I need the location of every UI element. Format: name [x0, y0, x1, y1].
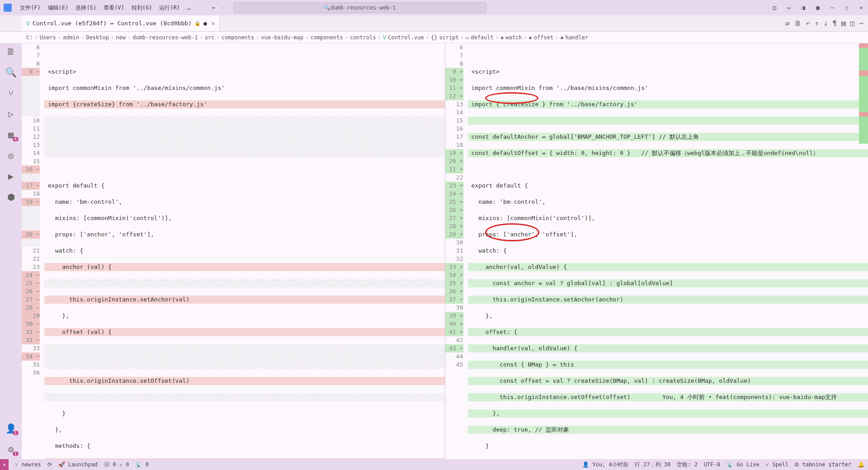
- symbol-icon: ▭: [466, 34, 469, 41]
- gitlens-icon[interactable]: ◎: [5, 150, 16, 161]
- vue-file-icon: V: [383, 34, 386, 41]
- right-gutter: 6789 + 10 +11 +12 +13 1415161718 19 +20 …: [445, 43, 468, 459]
- menu-select[interactable]: 选择(S): [72, 4, 100, 12]
- crumb[interactable]: new: [116, 34, 126, 41]
- toggle-whitespace-icon[interactable]: ¶: [832, 19, 837, 28]
- search-icon: 🔍: [324, 5, 330, 11]
- diff-editor: 6789 − 101112131415 16 −17 −18 19 − 20 −…: [22, 43, 868, 459]
- crumb[interactable]: dumb-resources-web-1: [132, 34, 198, 41]
- left-gutter: 6789 − 101112131415 16 −17 −18 19 − 20 −…: [22, 43, 44, 459]
- spell-check[interactable]: ✓ Spell: [766, 461, 789, 468]
- tab-close-icon[interactable]: ✕: [212, 20, 215, 27]
- nav-forward-icon[interactable]: →: [221, 5, 224, 11]
- diff-left-pane[interactable]: 6789 − 101112131415 16 −17 −18 19 − 20 −…: [22, 43, 445, 459]
- ports[interactable]: 📡 0: [135, 461, 148, 468]
- settings-gear-icon[interactable]: ⚙1: [5, 444, 16, 455]
- crumb[interactable]: default: [471, 34, 494, 41]
- encoding[interactable]: UTF-8: [704, 461, 720, 468]
- remote-indicator[interactable]: ✕: [0, 459, 9, 470]
- accounts-icon[interactable]: 👤1: [5, 423, 16, 434]
- search-text: dumb-resources-web-1: [330, 5, 396, 11]
- status-bar: ✕ ⑂ newres ⟳ 🚀 Launchpad ⓧ 0 ⚠ 0 📡 0 👤 Y…: [0, 459, 868, 470]
- crumb[interactable]: admin: [63, 34, 79, 41]
- right-code[interactable]: <script> import commonMixin from '../bas…: [468, 43, 868, 459]
- git-branch[interactable]: ⑂ newres: [15, 461, 41, 468]
- crumb[interactable]: script: [439, 34, 458, 41]
- extensions-icon[interactable]: ▦4: [5, 129, 16, 140]
- problems[interactable]: ⓧ 0 ⚠ 0: [104, 461, 129, 469]
- previous-change-icon[interactable]: ↑: [815, 19, 819, 28]
- window-maximize-icon[interactable]: ☐: [844, 5, 850, 11]
- menu-run[interactable]: 运行(R): [156, 4, 184, 12]
- compare-changes-icon[interactable]: ⇄: [785, 19, 790, 28]
- command-center[interactable]: 🔍 dumb-resources-web-1: [233, 2, 486, 13]
- tab-title: Control.vue (e5f264f) ↔ Control.vue (8cd…: [33, 20, 192, 27]
- readonly-lock-icon: 🔒: [194, 20, 201, 26]
- crumb[interactable]: offset: [534, 34, 553, 41]
- indentation[interactable]: 空格: 2: [677, 461, 698, 469]
- layout-panel-bottom-icon[interactable]: ▭: [786, 5, 792, 11]
- source-control-icon[interactable]: ⑂: [5, 88, 16, 99]
- minimap[interactable]: [859, 43, 868, 459]
- tabnine[interactable]: ⧉ tabnine starter: [795, 461, 851, 468]
- left-code[interactable]: <script> import commonMixin from '../bas…: [44, 43, 445, 459]
- crumb[interactable]: Control.vue: [388, 34, 424, 41]
- cursor-position[interactable]: 行 27，列 30: [635, 461, 670, 469]
- symbol-icon: ◈: [560, 34, 563, 41]
- menu-edit[interactable]: 编辑(E): [44, 4, 72, 12]
- menu-more[interactable]: …: [184, 5, 194, 11]
- diff-right-pane[interactable]: 6789 + 10 +11 +12 +13 1415161718 19 +20 …: [445, 43, 868, 459]
- crumb[interactable]: components: [222, 34, 254, 41]
- crumb[interactable]: C:: [26, 34, 33, 41]
- title-bar: 文件(F) 编辑(E) 选择(S) 查看(V) 转到(G) 运行(R) … ← …: [0, 0, 868, 15]
- crumb[interactable]: controls: [350, 34, 376, 41]
- crumb[interactable]: Users: [40, 34, 56, 41]
- menu-go[interactable]: 转到(G): [128, 4, 156, 12]
- nav-back-icon[interactable]: ←: [212, 5, 215, 11]
- tab-modified-icon: ●: [203, 20, 207, 27]
- explorer-icon[interactable]: 🗎: [5, 46, 16, 57]
- menu-view[interactable]: 查看(V): [100, 4, 128, 12]
- window-minimize-icon[interactable]: —: [829, 5, 835, 11]
- revert-icon[interactable]: ↶: [806, 19, 811, 28]
- window-close-icon[interactable]: ✕: [858, 5, 864, 11]
- layout-panel-left-icon[interactable]: ◫: [771, 5, 778, 11]
- crumb[interactable]: handler: [566, 34, 589, 41]
- vscode-logo-icon: [4, 4, 12, 12]
- vue-file-icon: V: [26, 20, 30, 27]
- git-sync[interactable]: ⟳: [47, 461, 52, 468]
- breadcrumb[interactable]: C:› Users› admin› Desktop› new› dumb-res…: [0, 32, 868, 43]
- notifications-icon[interactable]: 🔔: [858, 461, 864, 468]
- crumb[interactable]: watch: [505, 34, 522, 41]
- run-debug-icon[interactable]: ▷: [5, 108, 16, 119]
- symbol-icon: {}: [431, 34, 437, 41]
- tab-control-vue-diff[interactable]: V Control.vue (e5f264f) ↔ Control.vue (8…: [22, 15, 220, 31]
- test-icon[interactable]: ▶: [5, 171, 16, 182]
- next-change-icon[interactable]: ↓: [824, 19, 828, 28]
- menu-file[interactable]: 文件(F): [16, 4, 44, 12]
- open-file-icon[interactable]: 🗎: [794, 19, 802, 28]
- go-live[interactable]: 📡 Go Live: [726, 461, 760, 468]
- symbol-icon: ◈: [529, 34, 532, 41]
- launchpad[interactable]: 🚀 Launchpad: [58, 461, 98, 468]
- docker-icon[interactable]: ⬢: [5, 192, 16, 202]
- crumb[interactable]: src: [205, 34, 215, 41]
- blame-info[interactable]: 👤 You, 4小时前: [582, 461, 628, 469]
- crumb[interactable]: vue-baidu-map: [261, 34, 303, 41]
- activity-bar: 🗎 🔍 ⑂ ▷ ▦4 ◎ ▶ ⬢ 👤1 ⚙1: [0, 43, 22, 459]
- tab-bar: V Control.vue (e5f264f) ↔ Control.vue (8…: [0, 15, 868, 32]
- crumb[interactable]: Desktop: [86, 34, 109, 41]
- search-icon[interactable]: 🔍: [5, 67, 16, 78]
- layout-panel-right-icon[interactable]: ◨: [800, 5, 807, 11]
- crumb[interactable]: components: [310, 34, 343, 41]
- nav-arrows: ← →: [212, 5, 224, 11]
- split-editor-icon[interactable]: ◫: [850, 19, 855, 28]
- layout-customize-icon[interactable]: ▦: [815, 5, 821, 11]
- symbol-icon: ◈: [500, 34, 504, 41]
- toggle-inline-icon[interactable]: ▤: [841, 19, 846, 28]
- more-actions-icon[interactable]: ⋯: [859, 19, 863, 28]
